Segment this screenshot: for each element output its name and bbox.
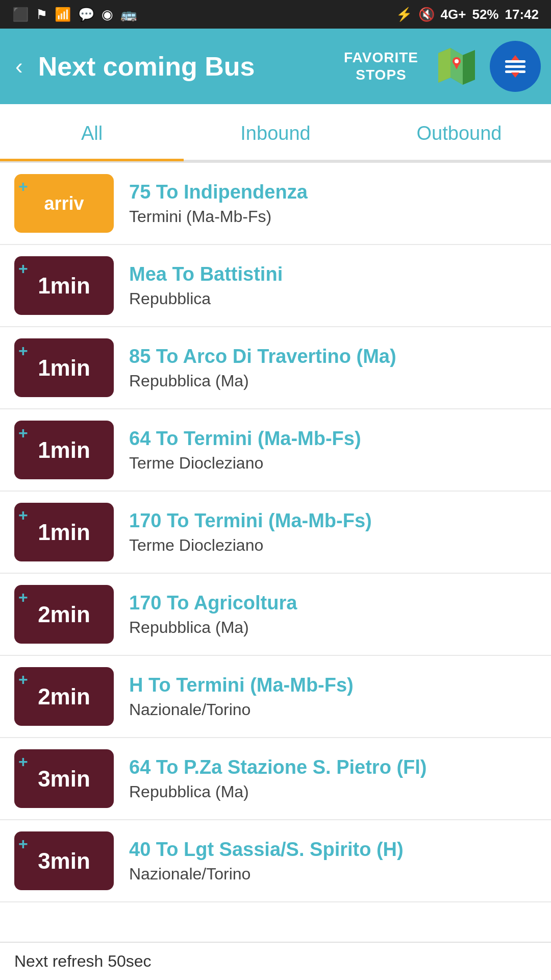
bus-list: + arriv 75 To Indipendenza Termini (Ma-M… [0,163,551,902]
time-box-4: + 1min [14,503,114,561]
tab-inbound[interactable]: Inbound [184,104,367,161]
svg-point-6 [455,59,459,63]
bottom-refresh-bar: Next refresh 50sec [0,942,551,980]
bus-stop-8: Nazionale/Torino [129,865,537,884]
time-box-8: + 3min [14,831,114,890]
bus-stop-1: Repubblica [129,289,537,308]
status-bar-right: ⚡ 🔇 4G+ 52% 17:42 [396,7,539,22]
bus-route-0: 75 To Indipendenza [129,181,537,203]
header-title: Next coming Bus [38,51,329,82]
list-item: + 1min 64 To Termini (Ma-Mb-Fs) Terme Di… [0,409,551,492]
add-favorite-4[interactable]: + [18,507,28,523]
add-favorite-8[interactable]: + [18,836,28,852]
tab-all[interactable]: All [0,104,184,161]
bus-stop-5: Repubblica (Ma) [129,618,537,637]
favorite-stops-button[interactable]: FAVORITESTOPS [339,49,423,83]
flag-icon: ⚑ [36,7,47,22]
bus-route-5: 170 To Agricoltura [129,592,537,614]
bus-info-0: 75 To Indipendenza Termini (Ma-Mb-Fs) [129,181,537,226]
svg-rect-7 [505,60,525,63]
time-display-3: 1min [38,437,90,463]
bus-info-6: H To Termini (Ma-Mb-Fs) Nazionale/Torino [129,674,537,719]
list-item: + 3min 40 To Lgt Sassia/S. Spirito (H) N… [0,820,551,902]
time-display-7: 3min [38,766,90,792]
list-item: + 1min Mea To Battistini Repubblica [0,245,551,327]
svg-rect-8 [505,65,525,68]
line-icon: 💬 [78,7,94,22]
time-display-4: 1min [38,520,90,545]
time-display: 17:42 [505,7,539,22]
add-favorite-0[interactable]: + [18,178,28,194]
time-display-5: 2min [38,602,90,627]
bus-route-7: 64 To P.Za Stazione S. Pietro (Fl) [129,756,537,778]
time-box-7: + 3min [14,749,114,808]
time-box-3: + 1min [14,421,114,479]
list-item: + arriv 75 To Indipendenza Termini (Ma-M… [0,163,551,245]
add-favorite-3[interactable]: + [18,425,28,441]
add-favorite-7[interactable]: + [18,753,28,770]
add-favorite-6[interactable]: + [18,671,28,688]
time-box-6: + 2min [14,667,114,726]
svg-marker-11 [511,72,519,78]
bus-route-8: 40 To Lgt Sassia/S. Spirito (H) [129,839,537,861]
list-item: + 3min 64 To P.Za Stazione S. Pietro (Fl… [0,738,551,820]
bus-info-4: 170 To Termini (Ma-Mb-Fs) Terme Dioclezi… [129,510,537,555]
bus-route-1: Mea To Battistini [129,263,537,285]
time-display-1: 1min [38,273,90,299]
bus-info-1: Mea To Battistini Repubblica [129,263,537,308]
upload-icon [500,51,531,82]
bus-stop-7: Repubblica (Ma) [129,782,537,801]
bus-stop-0: Termini (Ma-Mb-Fs) [129,207,537,226]
tab-outbound[interactable]: Outbound [367,104,551,161]
list-item: + 1min 85 To Arco Di Travertino (Ma) Rep… [0,327,551,409]
map-icon-button[interactable] [434,43,480,89]
time-display-2: 1min [38,355,90,381]
bluetooth-icon: ⚡ [396,7,412,22]
refresh-text: Next refresh 50sec [14,952,152,970]
tabs-bar: All Inbound Outbound [0,104,551,161]
bus-stop-4: Terme Diocleziano [129,536,537,555]
bus-info-2: 85 To Arco Di Travertino (Ma) Repubblica… [129,346,537,390]
status-bar: ⬛ ⚑ 📶 💬 ◉ 🚌 ⚡ 🔇 4G+ 52% 17:42 [0,0,551,29]
bus-info-8: 40 To Lgt Sassia/S. Spirito (H) Nazional… [129,839,537,884]
bus-route-6: H To Termini (Ma-Mb-Fs) [129,674,537,696]
bus-info-5: 170 To Agricoltura Repubblica (Ma) [129,592,537,637]
map-icon [438,48,475,85]
bus-stop-3: Terme Diocleziano [129,454,537,473]
time-display-8: 3min [38,848,90,874]
svg-marker-1 [438,48,450,83]
svg-marker-3 [463,50,475,85]
bus-stop-2: Repubblica (Ma) [129,372,537,390]
header: ‹ Next coming Bus FAVORITESTOPS [0,29,551,104]
screenshot-icon: ⬛ [12,7,29,22]
bus-info-3: 64 To Termini (Ma-Mb-Fs) Terme Dioclezia… [129,428,537,473]
list-item: + 1min 170 To Termini (Ma-Mb-Fs) Terme D… [0,492,551,574]
bus-route-2: 85 To Arco Di Travertino (Ma) [129,346,537,368]
time-box-5: + 2min [14,585,114,644]
mute-icon: 🔇 [418,7,435,22]
add-favorite-2[interactable]: + [18,342,28,359]
time-display-0: arriv [44,193,84,214]
bus-route-4: 170 To Termini (Ma-Mb-Fs) [129,510,537,532]
list-item: + 2min H To Termini (Ma-Mb-Fs) Nazionale… [0,656,551,738]
upload-button[interactable] [490,41,541,92]
svg-marker-10 [511,55,519,60]
back-button[interactable]: ‹ [10,48,28,84]
bus-info-7: 64 To P.Za Stazione S. Pietro (Fl) Repub… [129,756,537,801]
time-box-0: + arriv [14,174,114,233]
time-box-1: + 1min [14,256,114,315]
vpn-icon: ◉ [102,7,113,22]
bus-route-3: 64 To Termini (Ma-Mb-Fs) [129,428,537,450]
list-item: + 2min 170 To Agricoltura Repubblica (Ma… [0,574,551,656]
wifi-icon: 📶 [55,7,71,22]
signal-icon: 4G+ [441,7,466,22]
battery-text: 52% [472,7,498,22]
add-favorite-1[interactable]: + [18,260,28,277]
bus-icon: 🚌 [120,7,137,22]
time-box-2: + 1min [14,338,114,397]
add-favorite-5[interactable]: + [18,589,28,605]
status-bar-left: ⬛ ⚑ 📶 💬 ◉ 🚌 [12,7,137,22]
time-display-6: 2min [38,684,90,709]
bus-stop-6: Nazionale/Torino [129,700,537,719]
